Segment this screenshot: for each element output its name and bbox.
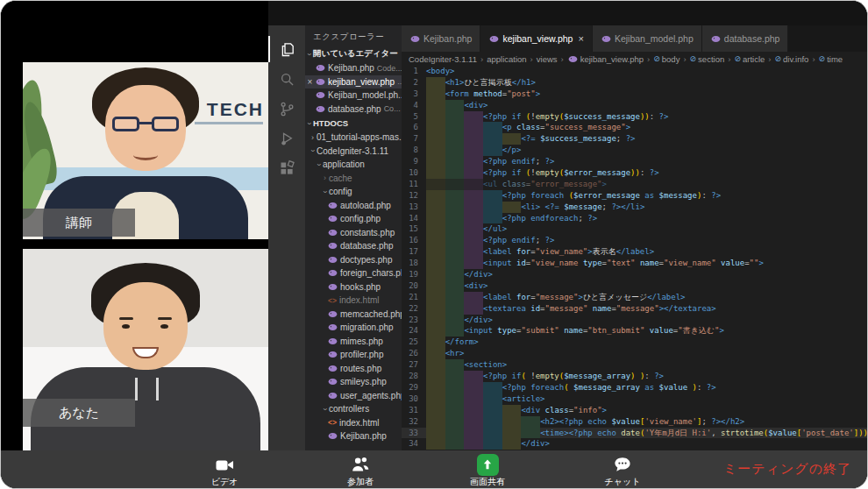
breadcrumb-item[interactable]: ⊘time	[819, 54, 843, 64]
tree-file[interactable]: constants.php	[305, 226, 402, 240]
code-line-content: <?php endif; ?>	[426, 235, 554, 246]
tree-folder[interactable]: ›cache	[305, 172, 402, 186]
tree-file[interactable]: database.php	[305, 239, 402, 253]
extensions-icon[interactable]	[268, 155, 305, 181]
indent-guide	[445, 280, 465, 292]
html-file-icon: <>	[328, 296, 337, 305]
close-icon[interactable]: ×	[305, 77, 315, 87]
tree-folder[interactable]: ›controllers	[305, 402, 402, 416]
breadcrumb: CodeIgniter-3.1.11›application›views›kej…	[402, 52, 868, 66]
video-camera-button[interactable]: ビデオ	[194, 453, 255, 488]
breadcrumb-item[interactable]: views	[537, 54, 558, 64]
open-editor-item[interactable]: Kejiban_model.ph...	[305, 89, 402, 103]
tree-file[interactable]: config.php	[305, 212, 402, 226]
tab-kejiban_view-php[interactable]: kejiban_view.php×	[480, 25, 592, 52]
tree-file[interactable]: hooks.php	[305, 280, 402, 294]
tree-file[interactable]: smileys.php	[305, 375, 402, 389]
indent-guide	[464, 202, 483, 213]
file-name: smileys.php	[340, 377, 387, 386]
breadcrumb-item[interactable]: CodeIgniter-3.1.11	[409, 54, 477, 64]
tree-folder[interactable]: ›CodeIgniter-3.1.11	[305, 145, 402, 159]
breadcrumb-item[interactable]: ⊘section	[690, 54, 725, 64]
chevron-down-icon: ›	[305, 50, 314, 58]
breadcrumb-item[interactable]: kejiban_view.php	[567, 54, 644, 64]
tree-folder[interactable]: ›01_tutorial-apps-mas...	[305, 131, 402, 145]
self-video: あなた	[23, 249, 268, 451]
tree-file[interactable]: memcached.php	[305, 308, 402, 322]
screen-share-button[interactable]: 画面共有	[457, 453, 518, 488]
code-token: if	[512, 167, 522, 179]
indent-guide	[445, 145, 465, 156]
code-line: 25</form>	[402, 337, 868, 348]
instructor-video: TECH 講師	[23, 62, 268, 239]
indent-guide	[445, 359, 465, 371]
code-token: <?php	[483, 235, 507, 246]
line-number: 7	[402, 133, 426, 145]
code-token: <?=	[545, 202, 559, 213]
tree-file[interactable]: <>index.html	[305, 294, 402, 308]
php-file-icon	[328, 229, 338, 237]
chat-button[interactable]: チャット	[592, 453, 653, 488]
breadcrumb-item[interactable]: ⊘div.info	[774, 54, 808, 64]
editor-area[interactable]: Kejiban.phpkejiban_view.php×Kejiban_mode…	[402, 25, 868, 452]
code-line: 23</div>	[402, 315, 868, 326]
search-icon[interactable]	[268, 66, 305, 92]
breadcrumb-item[interactable]: application	[487, 54, 526, 64]
tab-database-php[interactable]: database.php	[702, 25, 789, 52]
tree-folder[interactable]: ›config	[305, 185, 402, 199]
breadcrumb-separator: ›	[561, 54, 564, 64]
end-meeting-button[interactable]: ミーティングの終了	[723, 450, 851, 488]
tree-folder[interactable]: ›application	[305, 158, 402, 172]
tree-file[interactable]: doctypes.php	[305, 253, 402, 267]
workspace-section-header[interactable]: › HTDOCS	[305, 116, 402, 131]
indent-guide	[426, 258, 445, 269]
code-line: 16<?php endif; ?>	[402, 235, 868, 246]
participants-button[interactable]: 参加者	[330, 453, 391, 488]
tree-file[interactable]: mimes.php	[305, 335, 402, 349]
open-editors-section-header[interactable]: › 開いているエディター	[305, 46, 402, 61]
code-token: </div>	[464, 315, 493, 326]
code-token: <label	[483, 292, 512, 303]
code-token: ?>	[545, 156, 555, 167]
code-line-content: <label for="view_name">表示名</label>	[426, 246, 654, 258]
source-control-icon[interactable]	[268, 96, 305, 122]
indent-guide	[483, 202, 502, 213]
breadcrumb-item[interactable]: ⊘body	[653, 54, 679, 64]
indent-guide	[464, 133, 483, 145]
files-icon[interactable]	[268, 36, 305, 62]
tree-file[interactable]: routes.php	[305, 362, 402, 376]
run-debug-icon[interactable]	[268, 125, 305, 152]
tree-file[interactable]: <>index.html	[305, 416, 402, 430]
close-icon[interactable]: ×	[578, 33, 583, 44]
indent-guide	[445, 133, 465, 145]
tree-file[interactable]: migration.php	[305, 321, 402, 335]
indent-guide	[502, 438, 522, 450]
open-editor-item[interactable]: database.phpCo...	[305, 103, 402, 117]
code-token: </ul>	[483, 223, 507, 235]
indent-guide	[426, 100, 445, 111]
code-token: ?>	[659, 111, 669, 123]
open-editor-item[interactable]: Kejiban.phpCode...	[305, 61, 402, 75]
tree-file[interactable]: user_agents.php	[305, 389, 402, 403]
indent-guide	[483, 438, 502, 450]
indent-guide	[464, 393, 483, 405]
code-token: ひと言掲示板	[464, 77, 511, 89]
php-file-icon	[328, 283, 338, 291]
breadcrumb-item[interactable]: ⊘article	[734, 54, 765, 64]
tab-Kejiban_model-php[interactable]: Kejiban_model.php	[593, 25, 702, 52]
tab-Kejiban-php[interactable]: Kejiban.php	[402, 25, 480, 52]
open-editor-item[interactable]: ×kejiban_view.php...	[305, 75, 402, 89]
tree-file[interactable]: profiler.php	[305, 348, 402, 362]
breadcrumb-separator: ›	[728, 54, 730, 64]
code-view[interactable]: 1<body>2<h1>ひと言掲示板</h1>3<form method="po…	[402, 66, 868, 450]
tree-file[interactable]: autoload.php	[305, 199, 402, 213]
code-token: </label>	[616, 246, 654, 258]
code-line-content: <div class="info">	[426, 405, 607, 416]
meeting-window: TECH 講師	[0, 0, 868, 489]
tree-file[interactable]: Kejiban.php	[305, 429, 402, 443]
indent-guide	[426, 202, 445, 213]
code-token: >	[602, 179, 607, 190]
code-line-content: <?= $success_message; ?>	[426, 133, 636, 145]
line-number: 9	[402, 156, 426, 167]
tree-file[interactable]: foreign_chars.php	[305, 266, 402, 280]
